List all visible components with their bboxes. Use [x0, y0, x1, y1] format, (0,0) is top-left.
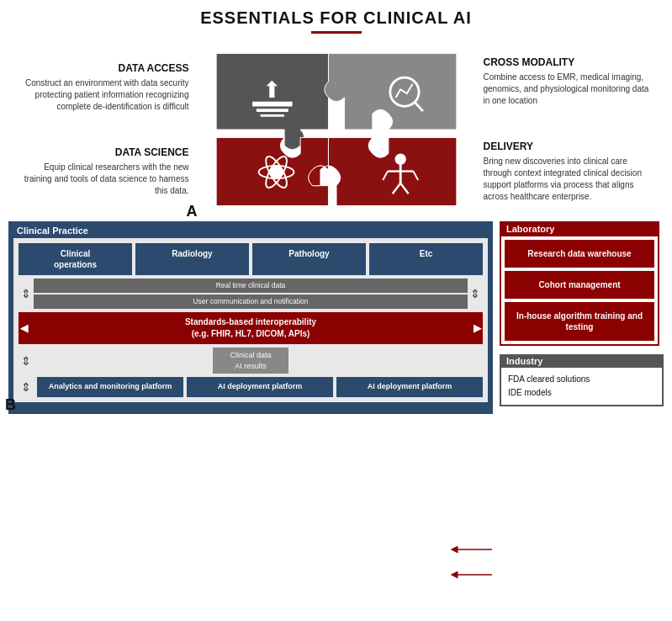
delivery-heading: DELIVERY: [484, 141, 652, 152]
puzzle-svg: ⬆: [202, 45, 471, 214]
industry-fda: FDA cleared solutionsIDE models: [508, 373, 655, 400]
user-communication-box: User communication and notification: [34, 295, 468, 309]
lab-inner: Research data warehouse Cohort managemen…: [500, 236, 659, 346]
box-clinical-operations: Clinicaloperations: [19, 243, 132, 275]
bottom-boxes-row: ⇕ Analytics and monitoring platform AI d…: [19, 377, 483, 397]
svg-text:⬆: ⬆: [262, 77, 282, 103]
box-ai-deployment-1: AI deployment platform: [187, 377, 333, 397]
real-time-data-box: Real time clinical data: [34, 279, 468, 293]
left-down-arrow: ⇕: [19, 354, 34, 368]
industry-inner: FDA cleared solutionsIDE models: [500, 368, 664, 406]
data-science-heading: DATA SCIENCE: [21, 146, 189, 158]
section-a: ESSENTIALS FOR CLINICAL AI DATA ACCESS C…: [0, 0, 672, 218]
puzzle-center: ⬆ A: [202, 45, 471, 214]
right-descriptions: CROSS MODALITY Combine access to EMR, me…: [484, 56, 652, 203]
cp-inner: Clinicaloperations Radiology Pathology E…: [13, 238, 488, 402]
laboratory-box: Laboratory Research data warehouse Cohor…: [500, 221, 659, 346]
title-underline: [311, 31, 362, 34]
svg-rect-3: [260, 114, 284, 117]
data-science-block: DATA SCIENCE Equip clinical researchers …: [21, 146, 189, 197]
left-descriptions: DATA ACCESS Construct an environment wit…: [21, 62, 189, 197]
clinical-practice-label: Clinical Practice: [10, 223, 491, 238]
arrows-communication-row: ⇕ Real time clinical data User communica…: [19, 279, 483, 309]
section-b: Clinical Practice Clinicaloperations Rad…: [0, 221, 672, 414]
box-radiology: Radiology: [135, 243, 249, 275]
cross-modality-heading: CROSS MODALITY: [484, 56, 652, 68]
industry-label: Industry: [500, 354, 664, 368]
label-a: A: [187, 203, 198, 220]
bottom-left-arrow: ⇕: [19, 380, 34, 394]
box-ai-deployment-2: AI deployment platform: [336, 377, 483, 397]
laboratory-label: Laboratory: [500, 221, 659, 236]
box-etc: Etc: [369, 243, 483, 275]
industry-box: Industry FDA cleared solutionsIDE models: [500, 354, 664, 406]
lab-cohort-management: Cohort management: [505, 271, 654, 299]
data-access-block: DATA ACCESS Construct an environment wit…: [21, 62, 189, 113]
delivery-text: Bring new discoveries into clinical care…: [484, 156, 652, 203]
top-boxes-row: Clinicaloperations Radiology Pathology E…: [19, 243, 483, 275]
lab-research-warehouse: Research data warehouse: [505, 240, 654, 268]
right-column: Laboratory Research data warehouse Cohor…: [500, 221, 664, 406]
main-title: ESSENTIALS FOR CLINICAL AI: [17, 8, 655, 28]
clinical-data-box: Clinical dataAI results: [213, 348, 288, 374]
data-access-text: Construct an environment with data secur…: [21, 77, 189, 113]
diagram-container: Clinical Practice Clinicaloperations Rad…: [8, 221, 664, 414]
clinical-practice-box: Clinical Practice Clinicaloperations Rad…: [8, 221, 493, 414]
cross-modality-block: CROSS MODALITY Combine access to EMR, me…: [484, 56, 652, 107]
box-pathology: Pathology: [252, 243, 366, 275]
clinical-data-box-wrapper: Clinical dataAI results: [34, 348, 468, 374]
clinical-data-row: ⇕ Clinical dataAI results: [19, 348, 483, 374]
right-double-arrow: ⇕: [468, 287, 483, 300]
left-double-arrow: ⇕: [19, 287, 34, 300]
arrow-boxes: Real time clinical data User communicati…: [34, 279, 468, 309]
lab-algorithm-training: In-house algorithm training and testing: [505, 302, 654, 341]
data-science-text: Equip clinical researchers with the new …: [21, 162, 189, 197]
box-analytics: Analytics and monitoring platform: [37, 377, 183, 397]
label-b: B: [5, 396, 16, 414]
svg-rect-2: [256, 109, 288, 112]
puzzle-layout: DATA ACCESS Construct an environment wit…: [17, 45, 655, 214]
svg-point-10: [394, 154, 405, 165]
interop-bar: Standards-based interoperability(e.g. FH…: [19, 312, 483, 344]
delivery-block: DELIVERY Bring new discoveries into clin…: [484, 141, 652, 203]
data-access-heading: DATA ACCESS: [21, 62, 189, 74]
svg-rect-1: [252, 102, 293, 107]
cross-modality-text: Combine access to EMR, medical imaging, …: [484, 72, 652, 107]
